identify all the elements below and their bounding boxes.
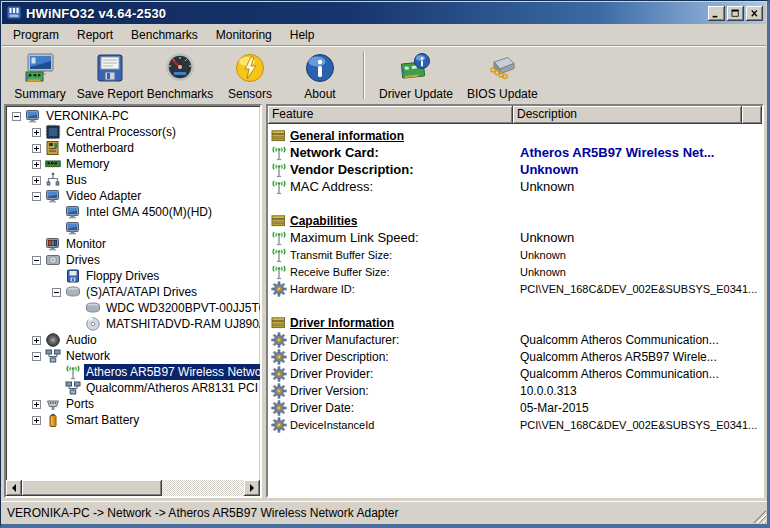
detail-row-driver-description: Driver Description:Qualcomm Atheros AR5B… bbox=[268, 348, 762, 365]
column-header-description[interactable]: Description bbox=[513, 106, 742, 124]
tree-item-central-processor-s[interactable]: Central Processor(s) bbox=[6, 124, 260, 140]
tree-item-audio[interactable]: Audio bbox=[6, 332, 260, 348]
tree-item-ports[interactable]: Ports bbox=[6, 396, 260, 412]
expand-toggle[interactable] bbox=[32, 192, 45, 201]
about-button[interactable]: About bbox=[285, 51, 355, 101]
computer-icon bbox=[25, 108, 41, 124]
dvd-icon bbox=[85, 316, 101, 332]
bios-update-button[interactable]: BIOS Update bbox=[460, 51, 545, 101]
tree-item-wdc-wd3200bpvt-00jj5t0[interactable]: WDC WD3200BPVT-00JJ5T0 bbox=[6, 300, 260, 316]
detail-spacer-row bbox=[268, 195, 762, 212]
detail-row-vendor-description: Vendor Description:Unknown bbox=[268, 161, 762, 178]
feature-cell: Driver Description: bbox=[290, 350, 517, 364]
detail-row-mac-address: MAC Address:Unknown bbox=[268, 178, 762, 195]
detail-row-transmit-buffer-size: Transmit Buffer Size:Unknown bbox=[268, 246, 762, 263]
tree-item-veronika-pc[interactable]: VERONIKA-PC bbox=[6, 108, 260, 124]
expand-toggle[interactable] bbox=[32, 256, 45, 265]
description-cell: PCI\VEN_168C&DEV_002E&SUBSYS_E0341... bbox=[517, 283, 762, 295]
statusbar: VERONIKA-PC -> Network -> Atheros AR5B97… bbox=[1, 501, 767, 524]
main-area: VERONIKA-PCCentral Processor(s)Motherboa… bbox=[1, 102, 767, 501]
description-cell: 10.0.0.313 bbox=[517, 384, 762, 398]
wireless-icon bbox=[271, 247, 287, 263]
menu-program[interactable]: Program bbox=[4, 26, 68, 44]
expand-toggle[interactable] bbox=[12, 112, 25, 121]
detail-row-receive-buffer-size: Receive Buffer Size:Unknown bbox=[268, 263, 762, 280]
tree-item-bus[interactable]: Bus bbox=[6, 172, 260, 188]
tree-item-label: VERONIKA-PC bbox=[44, 108, 131, 124]
tree-item-motherboard[interactable]: Motherboard bbox=[6, 140, 260, 156]
scrollbar-thumb[interactable] bbox=[22, 480, 162, 496]
tree-item-matshitadvd-ram-uj890a[interactable]: MATSHITADVD-RAM UJ890A bbox=[6, 316, 260, 332]
detail-row-maximum-link-speed: Maximum Link Speed:Unknown bbox=[268, 229, 762, 246]
tree-item-label: MATSHITADVD-RAM UJ890A bbox=[104, 316, 260, 332]
description-cell: Atheros AR5B97 Wireless Net... bbox=[517, 145, 762, 160]
menubar: ProgramReportBenchmarksMonitoringHelp bbox=[1, 24, 767, 45]
menu-help[interactable]: Help bbox=[281, 26, 324, 44]
detail-row-driver-manufacturer: Driver Manufacturer:Qualcomm Atheros Com… bbox=[268, 331, 762, 348]
menu-benchmarks[interactable]: Benchmarks bbox=[122, 26, 207, 44]
save-report-label: Save Report bbox=[77, 87, 144, 101]
summary-icon bbox=[24, 52, 56, 84]
resize-grip[interactable] bbox=[753, 510, 766, 523]
tree-item-qualcomm-atheros-ar8131-pci[interactable]: Qualcomm/Atheros AR8131 PCI bbox=[6, 380, 260, 396]
minimize-button[interactable] bbox=[708, 6, 725, 21]
close-button[interactable] bbox=[746, 6, 763, 21]
hwinfo-logo-icon bbox=[6, 5, 22, 21]
save-report-icon bbox=[94, 52, 126, 84]
tree-item-drives[interactable]: Drives bbox=[6, 252, 260, 268]
menu-monitoring[interactable]: Monitoring bbox=[207, 26, 281, 44]
menu-report[interactable]: Report bbox=[68, 26, 122, 44]
tree-item-intel-gma-4500-m-hd[interactable]: Intel GMA 4500(M)(HD) bbox=[6, 204, 260, 220]
tree-item-atheros-ar5b97-wireless-network-adapter[interactable]: Atheros AR5B97 Wireless Network Adapter bbox=[6, 364, 260, 380]
expand-toggle[interactable] bbox=[32, 416, 45, 425]
section-icon bbox=[271, 213, 287, 229]
column-header-feature[interactable]: Feature bbox=[268, 106, 513, 124]
save-report-button[interactable]: Save Report bbox=[75, 51, 145, 101]
detail-row-driver-provider: Driver Provider:Qualcomm Atheros Communi… bbox=[268, 365, 762, 382]
summary-button[interactable]: Summary bbox=[5, 51, 75, 101]
sensors-icon bbox=[234, 52, 266, 84]
tree-item-floppy-drives[interactable]: Floppy Drives bbox=[6, 268, 260, 284]
battery-icon bbox=[45, 412, 61, 428]
expand-toggle[interactable] bbox=[32, 336, 45, 345]
minimize-icon bbox=[710, 8, 723, 19]
description-cell: Unknown bbox=[517, 249, 762, 261]
expand-toggle[interactable] bbox=[32, 128, 45, 137]
sensors-button[interactable]: Sensors bbox=[215, 51, 285, 101]
video-adapter-icon bbox=[45, 188, 61, 204]
feature-cell: Vendor Description: bbox=[290, 162, 517, 177]
tree-item-network[interactable]: Network bbox=[6, 348, 260, 364]
scroll-right-button[interactable] bbox=[244, 480, 260, 496]
tree-item-memory[interactable]: Memory bbox=[6, 156, 260, 172]
section-icon bbox=[271, 315, 287, 331]
tree-horizontal-scrollbar[interactable] bbox=[6, 480, 260, 496]
scrollbar-track[interactable] bbox=[162, 480, 244, 496]
tree-item-monitor[interactable]: Monitor bbox=[6, 236, 260, 252]
expand-toggle[interactable] bbox=[52, 288, 65, 297]
expand-toggle[interactable] bbox=[32, 160, 45, 169]
expand-toggle[interactable] bbox=[32, 400, 45, 409]
tree-item-smart-battery[interactable]: Smart Battery bbox=[6, 412, 260, 428]
tree-item-s-ata-atapi-drives[interactable]: (S)ATA/ATAPI Drives bbox=[6, 284, 260, 300]
section-label: Driver Information bbox=[290, 316, 394, 330]
wireless-icon bbox=[271, 264, 287, 280]
hdd-icon bbox=[65, 284, 81, 300]
benchmarks-button[interactable]: Benchmarks bbox=[145, 51, 215, 101]
feature-cell: Network Card: bbox=[290, 145, 517, 160]
arrow-left-icon bbox=[8, 484, 16, 492]
expand-toggle[interactable] bbox=[32, 352, 45, 361]
summary-label: Summary bbox=[14, 87, 65, 101]
tree-item-blank[interactable] bbox=[6, 220, 260, 236]
driver-update-button[interactable]: Driver Update bbox=[372, 51, 460, 101]
scroll-left-button[interactable] bbox=[6, 480, 22, 496]
maximize-button[interactable] bbox=[727, 6, 744, 21]
tree-item-label: (S)ATA/ATAPI Drives bbox=[84, 284, 199, 300]
about-icon bbox=[304, 52, 336, 84]
feature-cell: Driver Date: bbox=[290, 401, 517, 415]
bios-update-label: BIOS Update bbox=[467, 87, 538, 101]
expand-toggle[interactable] bbox=[32, 144, 45, 153]
feature-cell: Maximum Link Speed: bbox=[290, 230, 517, 245]
expand-toggle[interactable] bbox=[32, 176, 45, 185]
tree-item-video-adapter[interactable]: Video Adapter bbox=[6, 188, 260, 204]
description-cell: Unknown bbox=[517, 230, 762, 245]
